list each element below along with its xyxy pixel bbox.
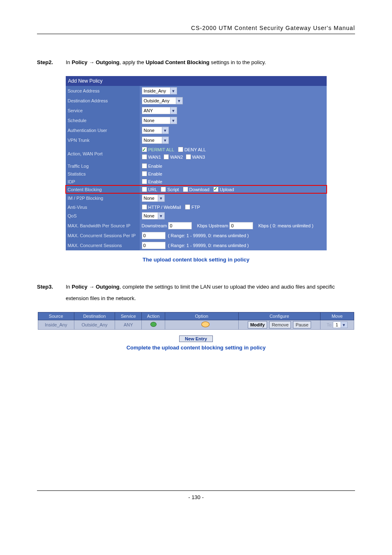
- upload-checkbox[interactable]: [213, 187, 219, 192]
- wan3-checkbox[interactable]: [186, 154, 191, 160]
- service-select[interactable]: ANY▾: [142, 107, 177, 114]
- t: Enable: [148, 164, 162, 169]
- source-address-label: Source Address: [66, 86, 140, 96]
- move-select[interactable]: 1▾: [333, 321, 348, 328]
- t: DENY ALL: [184, 147, 206, 152]
- col-configure: Configure: [238, 312, 320, 320]
- t: Script: [167, 187, 179, 192]
- chevron-down-icon: ▾: [170, 88, 177, 94]
- deny-all-checkbox[interactable]: [178, 147, 183, 152]
- col-move: Move: [320, 312, 354, 320]
- download-checkbox[interactable]: [183, 187, 188, 192]
- cell-dest: Outside_Any: [74, 320, 115, 330]
- wan2-checkbox[interactable]: [164, 154, 169, 160]
- t: ( Range: 1 - 99999, 0: means unlimited ): [168, 233, 249, 238]
- step3-block: Step3. In Policy → Outgoing, complete th…: [37, 281, 355, 304]
- chevron-down-icon: ▾: [162, 137, 168, 143]
- qos-label: QoS: [66, 211, 140, 221]
- cell-configure: Modify Remove Pause: [238, 320, 320, 330]
- add-policy-form: Add New Policy Source Address Inside_Any…: [66, 76, 327, 250]
- step2-label: Step2.: [37, 57, 66, 68]
- traffic-log-checkbox[interactable]: [142, 163, 147, 169]
- schedule-select[interactable]: None▾: [142, 117, 177, 124]
- traffic-log-label: Traffic Log: [66, 162, 140, 170]
- vpn-trunk-select[interactable]: None▾: [142, 136, 169, 144]
- col-service: Service: [115, 312, 142, 320]
- col-option: Option: [165, 312, 238, 320]
- max-sess-input[interactable]: 0: [142, 242, 166, 249]
- qos-select[interactable]: None▾: [142, 212, 165, 220]
- v: None: [142, 195, 158, 201]
- t: Kbps Upstream: [197, 223, 228, 228]
- page-header: CS-2000 UTM Content Security Gateway Use…: [37, 25, 355, 34]
- t: Policy: [71, 284, 87, 290]
- remove-button[interactable]: Remove: [269, 321, 291, 328]
- wan1-checkbox[interactable]: [142, 154, 147, 160]
- new-entry-button[interactable]: New Entry: [179, 335, 213, 342]
- chevron-down-icon: ▾: [158, 195, 164, 201]
- v: None: [142, 137, 162, 143]
- t: FTP: [191, 205, 200, 210]
- col-source: Source: [38, 312, 74, 320]
- service-label: Service: [66, 106, 140, 116]
- t: Enable: [148, 179, 162, 184]
- destination-address-label: Destination Address: [66, 96, 140, 106]
- vpn-trunk-label: VPN Trunk: [66, 135, 140, 145]
- chevron-down-icon: ▾: [176, 97, 182, 104]
- arrow-icon: →: [88, 284, 96, 290]
- v: None: [142, 213, 158, 219]
- col-destination: Destination: [74, 312, 115, 320]
- table-row: Inside_Any Outside_Any ANY Modify Remove…: [38, 320, 354, 330]
- idp-label: IDP: [66, 178, 140, 185]
- step3-label: Step3.: [37, 281, 66, 304]
- script-checkbox[interactable]: [161, 187, 166, 192]
- upstream-input[interactable]: 0: [229, 222, 253, 229]
- im-p2p-label: IM / P2P Blocking: [66, 193, 140, 203]
- http-webmail-checkbox[interactable]: [142, 204, 147, 210]
- pause-button[interactable]: Pause: [293, 321, 311, 328]
- cell-option: [165, 320, 238, 330]
- statistics-checkbox[interactable]: [142, 171, 147, 176]
- modify-button[interactable]: Modify: [248, 321, 267, 328]
- policy-list-table: Source Destination Service Action Option…: [38, 312, 354, 330]
- t: URL: [148, 187, 157, 192]
- source-address-select[interactable]: Inside_Any▾: [142, 87, 177, 95]
- v: ANY: [142, 107, 170, 114]
- page-number: - 130 -: [37, 490, 355, 500]
- chevron-down-icon: ▾: [158, 213, 164, 219]
- v: None: [142, 117, 170, 124]
- t: HTTP / WebMail: [148, 205, 181, 210]
- destination-address-select[interactable]: Outside_Any▾: [142, 97, 183, 104]
- im-p2p-select[interactable]: None▾: [142, 194, 165, 202]
- v: Outside_Any: [142, 97, 176, 104]
- chevron-down-icon: ▾: [162, 127, 168, 134]
- cell-service: ANY: [115, 320, 142, 330]
- v: 1: [333, 322, 341, 328]
- t: WAN1: [148, 155, 161, 160]
- t: Enable: [148, 171, 162, 176]
- url-checkbox[interactable]: [142, 187, 147, 192]
- step2-text: In Policy → Outgoing, apply the Upload C…: [66, 57, 355, 68]
- t: Outgoing: [96, 284, 120, 290]
- cell-source: Inside_Any: [38, 320, 74, 330]
- auth-user-select[interactable]: None▾: [142, 127, 169, 134]
- t: PERMIT ALL: [148, 147, 174, 152]
- permit-all-checkbox[interactable]: [142, 147, 147, 152]
- chevron-down-icon: ▾: [341, 322, 347, 328]
- t: Upload: [220, 187, 234, 192]
- max-sess-ip-input[interactable]: 0: [142, 232, 166, 239]
- t: WAN3: [192, 155, 205, 160]
- max-bw-label: MAX. Bandwidth Per Source IP: [66, 221, 140, 231]
- idp-checkbox[interactable]: [142, 179, 147, 184]
- action-wanport-label: Action, WAN Port: [66, 145, 140, 162]
- ftp-checkbox[interactable]: [185, 204, 190, 210]
- step2-block: Step2. In Policy → Outgoing, apply the U…: [37, 57, 355, 68]
- arrow-icon: →: [88, 59, 96, 65]
- clock-icon: [201, 321, 210, 327]
- cell-move: To 1▾: [320, 320, 354, 330]
- t: Policy: [71, 59, 87, 65]
- downstream-input[interactable]: 0: [168, 222, 192, 229]
- figure-caption-1: The upload content block setting in poli…: [37, 257, 355, 263]
- anti-virus-label: Anti-Virus: [66, 203, 140, 211]
- t: settings in to the policy.: [210, 59, 266, 65]
